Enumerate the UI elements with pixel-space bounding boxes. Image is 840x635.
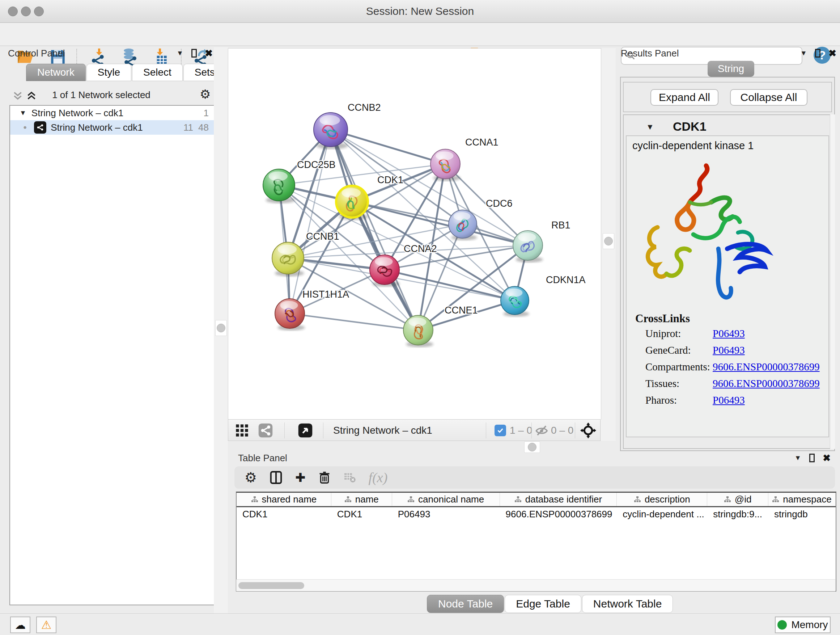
cell--id[interactable]: stringdb:9...	[707, 507, 768, 521]
control-panel-menu-icon[interactable]: ▼	[177, 49, 183, 57]
node-table[interactable]: shared namenamecanonical namedatabase id…	[236, 492, 836, 592]
cell-name[interactable]: CDK1	[332, 507, 392, 521]
table-toolbar: ⚙ ✚ f(x)	[234, 466, 835, 489]
protein-structure-image	[635, 159, 780, 310]
crosslink-label: Compartments:	[645, 361, 713, 373]
network-edge[interactable]	[385, 270, 515, 301]
cell-canonical-name[interactable]: P06493	[392, 507, 500, 521]
column-type-icon	[251, 496, 258, 503]
results-panel-close-icon[interactable]: ✖	[829, 49, 836, 58]
tab-style[interactable]: Style	[87, 64, 131, 81]
network-item-label: String Network – cdk1	[51, 122, 183, 133]
detach-view-icon[interactable]	[298, 423, 313, 438]
tab-node-table[interactable]: Node Table	[427, 595, 504, 613]
control-panel-float-icon[interactable]	[191, 49, 197, 57]
crosslink-label: Tissues:	[645, 378, 713, 390]
column-header-canonical-name[interactable]: canonical name	[392, 493, 500, 506]
results-panel-menu-icon[interactable]: ▼	[800, 49, 807, 57]
node-label-ccne1: CCNE1	[445, 305, 478, 316]
add-column-icon[interactable]: ✚	[295, 470, 306, 485]
toolbar-separator	[76, 49, 77, 65]
status-bar: ☁ ⚠ Memory	[0, 613, 840, 635]
column-type-icon	[772, 496, 779, 503]
grid-view-icon[interactable]	[235, 423, 249, 438]
birdseye-icon[interactable]	[580, 422, 597, 439]
column-header-name[interactable]: name	[332, 493, 392, 506]
network-edge[interactable]	[331, 130, 445, 164]
crosslink-label: Pharos:	[645, 394, 713, 406]
crosslink-link[interactable]: P06493	[713, 394, 745, 406]
node-label-cdk1: CDK1	[377, 174, 403, 185]
tab-network-table[interactable]: Network Table	[582, 595, 673, 613]
column-header-namespace[interactable]: namespace	[768, 493, 836, 506]
selected-checkbox-icon[interactable]	[494, 424, 506, 436]
column-header-description[interactable]: description	[617, 493, 707, 506]
tab-select[interactable]: Select	[132, 64, 183, 81]
node-label-hist1h1a: HIST1H1A	[302, 289, 349, 300]
expand-all-button[interactable]: Expand All	[651, 89, 718, 106]
column-type-icon	[407, 496, 415, 503]
network-options-gear-icon[interactable]: ⚙	[200, 88, 210, 100]
node-label-ccna1: CCNA1	[465, 137, 499, 148]
network-edge[interactable]	[331, 130, 418, 330]
table-horizontal-scrollbar[interactable]	[236, 579, 835, 591]
cloud-status-button[interactable]: ☁	[10, 616, 30, 633]
column-header--id[interactable]: @id	[707, 493, 768, 506]
node-label-cdc6: CDC6	[486, 198, 513, 209]
column-header-shared-name[interactable]: shared name	[237, 493, 332, 506]
network-canvas[interactable]: CCNB2CCNA1CDC25BCDK1CDC6RB1CCNB1CCNA2CDK…	[228, 48, 601, 420]
cell-description[interactable]: cyclin-dependent ...	[617, 507, 707, 521]
network-edge[interactable]	[290, 314, 418, 330]
results-scrollbar[interactable]	[830, 114, 835, 449]
horizontal-splitter-handle[interactable]	[524, 441, 540, 453]
cell-shared-name[interactable]: CDK1	[237, 507, 332, 521]
cloud-icon: ☁	[15, 619, 26, 631]
warning-status-button[interactable]: ⚠	[36, 616, 57, 633]
hidden-eye-icon[interactable]	[535, 424, 549, 438]
crosslink-link[interactable]: P06493	[713, 328, 745, 340]
node-label-ccnb2: CCNB2	[347, 102, 381, 113]
crosslink-link[interactable]: 9606.ENSP00000378699	[713, 361, 820, 373]
window-title: Session: New Session	[0, 5, 840, 17]
collapse-triangle-icon[interactable]: ▼	[19, 109, 27, 117]
splitter-handle[interactable]	[215, 320, 227, 336]
control-panel-title: Control Panel	[8, 48, 65, 59]
table-panel-menu-icon[interactable]: ▼	[794, 454, 801, 462]
cell-namespace[interactable]: stringdb	[768, 507, 836, 521]
warning-icon: ⚠	[41, 618, 52, 632]
table-panel-close-icon[interactable]: ✖	[823, 453, 831, 463]
selected-count: 1 – 0	[510, 424, 532, 436]
table-row[interactable]: CDK1CDK1P064939606.ENSP00000378699cyclin…	[237, 507, 836, 521]
column-type-icon	[634, 496, 641, 503]
tab-edge-table[interactable]: Edge Table	[505, 595, 581, 613]
memory-button[interactable]: Memory	[775, 616, 831, 633]
main-toolbar: ?	[0, 23, 840, 46]
control-panel-close-icon[interactable]: ✖	[205, 49, 213, 58]
results-panel-title: Results Panel	[621, 48, 679, 59]
tab-string[interactable]: String	[707, 61, 754, 77]
gene-collapse-icon[interactable]: ▼	[646, 122, 654, 132]
footer-separator	[323, 423, 324, 439]
memory-label: Memory	[791, 619, 828, 631]
current-network-dot-icon: ●	[23, 124, 27, 131]
crosslink-link[interactable]: 9606.ENSP00000378699	[713, 378, 820, 390]
table-panel-title: Table Panel	[238, 453, 287, 464]
tab-network[interactable]: Network	[26, 64, 86, 81]
hidden-count: 0 – 0	[551, 424, 573, 436]
show-columns-icon[interactable]	[269, 470, 283, 485]
gene-name: CDK1	[673, 119, 706, 134]
splitter-handle[interactable]	[603, 233, 614, 249]
cell-database-identifier[interactable]: 9606.ENSP00000378699	[500, 507, 617, 521]
scrollbar-thumb[interactable]	[238, 582, 304, 589]
table-panel-float-icon[interactable]	[809, 454, 815, 462]
network-item-row[interactable]: ● String Network – cdk1 11 48	[10, 120, 214, 135]
collapse-all-button[interactable]: Collapse All	[730, 89, 807, 106]
table-options-gear-icon[interactable]: ⚙	[245, 470, 257, 485]
string-network-icon	[34, 121, 46, 134]
crosslink-link[interactable]: P06493	[713, 344, 745, 356]
results-panel-float-icon[interactable]	[815, 49, 821, 57]
column-header-database-identifier[interactable]: database identifier	[500, 493, 617, 506]
delete-column-icon[interactable]	[318, 470, 331, 485]
network-group-row[interactable]: ▼ String Network – cdk1 1	[10, 106, 214, 120]
share-view-icon[interactable]	[258, 423, 273, 438]
